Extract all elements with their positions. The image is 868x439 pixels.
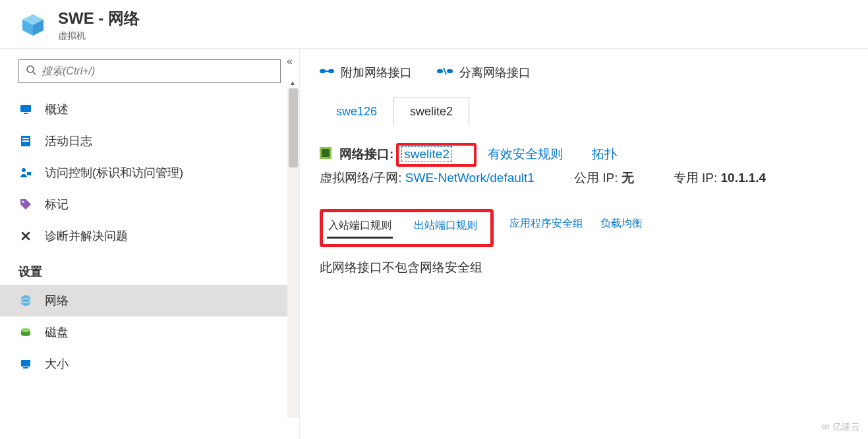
- svg-point-10: [22, 168, 26, 172]
- scroll-up-icon[interactable]: ▲: [289, 79, 296, 86]
- private-ip-label: 专用 IP:: [674, 171, 718, 185]
- main-content: 附加网络接口 分离网络接口 swe126 swelite2 网络接口:: [300, 49, 868, 439]
- collapse-sidebar-button[interactable]: «: [287, 55, 293, 67]
- nic-info-block: 网络接口: swelite2 有效安全规则 拓扑 虚拟网络/子网: SWE-Ne…: [320, 146, 848, 187]
- svg-rect-22: [437, 69, 443, 73]
- watermark-text: 亿速云: [832, 421, 860, 433]
- search-box[interactable]: [18, 59, 281, 83]
- attach-icon: [320, 66, 334, 80]
- globe-icon: [18, 293, 33, 308]
- sidebar-item-label: 磁盘: [45, 324, 69, 340]
- nic-badge-icon: [320, 147, 332, 162]
- nic-tab-swe126[interactable]: swe126: [320, 98, 393, 126]
- watermark: ∞ 亿速云: [821, 420, 860, 434]
- size-icon: [18, 357, 33, 371]
- search-input[interactable]: [42, 65, 274, 77]
- rule-tab-outbound[interactable]: 出站端口规则: [413, 215, 478, 239]
- detach-icon: [437, 66, 453, 80]
- sidebar-item-activity-log[interactable]: 活动日志: [0, 125, 299, 157]
- nav-list-settings: 网络 磁盘 大小: [0, 285, 299, 380]
- iam-icon: [18, 165, 33, 180]
- svg-rect-11: [27, 172, 31, 175]
- svg-rect-8: [22, 138, 29, 139]
- nic-name-link[interactable]: swelite2: [401, 146, 452, 161]
- public-ip-label: 公用 IP:: [574, 171, 618, 185]
- log-icon: [18, 134, 33, 148]
- sidebar-item-label: 网络: [45, 293, 69, 308]
- sidebar-item-network[interactable]: 网络: [0, 285, 299, 316]
- sidebar-item-label: 大小: [45, 356, 69, 372]
- effective-rules-link[interactable]: 有效安全规则: [488, 146, 563, 163]
- sidebar-item-label: 访问控制(标识和访问管理): [45, 165, 183, 181]
- nic-label: 网络接口:: [339, 146, 393, 163]
- rule-tab-loadbalancer[interactable]: 负载均衡: [599, 213, 644, 235]
- empty-nsg-message: 此网络接口不包含网络安全组: [320, 259, 848, 276]
- svg-rect-6: [24, 113, 28, 114]
- sidebar-item-disks[interactable]: 磁盘: [0, 316, 299, 348]
- sidebar-item-overview[interactable]: 概述: [0, 94, 299, 125]
- svg-rect-17: [21, 360, 30, 366]
- svg-point-13: [20, 295, 31, 306]
- toolbar: 附加网络接口 分离网络接口: [320, 61, 848, 98]
- highlight-box-rules: 入站端口规则 出站端口规则: [320, 209, 494, 247]
- sidebar-item-access-control[interactable]: 访问控制(标识和访问管理): [0, 157, 299, 189]
- svg-line-4: [33, 72, 36, 74]
- scrollbar-thumb[interactable]: [289, 88, 298, 167]
- sidebar: « 概述 活动日志: [0, 49, 300, 439]
- sidebar-item-diagnose[interactable]: 诊断并解决问题: [0, 220, 299, 252]
- public-ip-value: 无: [622, 171, 634, 185]
- svg-rect-9: [22, 140, 29, 142]
- page-header: SWE - 网络 虚拟机: [0, 0, 868, 49]
- attach-nic-button[interactable]: 附加网络接口: [320, 65, 412, 80]
- svg-rect-21: [324, 71, 330, 72]
- svg-point-16: [21, 328, 30, 332]
- monitor-icon: [18, 102, 33, 117]
- private-ip-value: 10.1.1.4: [721, 171, 767, 185]
- vnet-label: 虚拟网络/子网:: [320, 171, 402, 185]
- sidebar-item-size[interactable]: 大小: [0, 348, 299, 380]
- sidebar-section-settings: 设置: [0, 252, 299, 285]
- page-subtitle: 虚拟机: [58, 30, 140, 42]
- nic-tab-swelite2[interactable]: swelite2: [393, 98, 469, 126]
- disk-icon: [18, 325, 33, 339]
- infinity-icon: ∞: [821, 420, 830, 434]
- svg-line-24: [444, 68, 446, 74]
- sidebar-scrollbar[interactable]: ▲: [287, 88, 299, 418]
- sidebar-item-label: 活动日志: [45, 133, 92, 149]
- rule-tab-inbound[interactable]: 入站端口规则: [327, 215, 393, 239]
- sidebar-item-tags[interactable]: 标记: [0, 189, 299, 220]
- tag-icon: [18, 197, 33, 212]
- rule-tab-asg[interactable]: 应用程序安全组: [508, 213, 585, 235]
- vnet-link[interactable]: SWE-NetWork/default1: [405, 171, 535, 185]
- sidebar-item-label: 标记: [45, 196, 69, 212]
- svg-point-12: [22, 201, 24, 203]
- detach-label: 分离网络接口: [459, 65, 531, 80]
- svg-rect-5: [20, 105, 31, 112]
- detach-nic-button[interactable]: 分离网络接口: [437, 65, 531, 80]
- nic-tabs: swe126 swelite2: [320, 98, 848, 126]
- svg-rect-23: [447, 69, 453, 73]
- search-icon: [26, 65, 36, 78]
- vm-icon: [20, 12, 46, 38]
- svg-point-3: [27, 66, 34, 73]
- sidebar-item-label: 概述: [45, 102, 69, 117]
- svg-rect-18: [23, 367, 28, 368]
- nav-list: 概述 活动日志 访问控制(标识和访问管理) 标记: [0, 94, 299, 252]
- title-block: SWE - 网络 虚拟机: [58, 8, 140, 42]
- sidebar-item-label: 诊断并解决问题: [45, 228, 128, 244]
- attach-label: 附加网络接口: [341, 65, 412, 80]
- svg-rect-26: [322, 149, 330, 157]
- troubleshoot-icon: [18, 229, 33, 243]
- topology-link[interactable]: 拓扑: [592, 146, 617, 163]
- page-title: SWE - 网络: [58, 8, 140, 29]
